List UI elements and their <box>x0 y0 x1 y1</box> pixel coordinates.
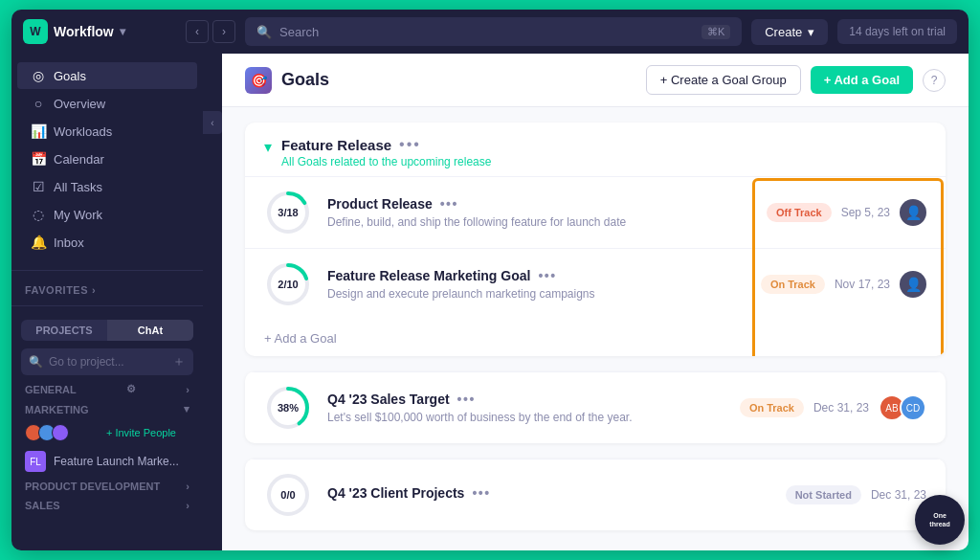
status-badge-product-release: Off Track <box>767 203 832 222</box>
create-label: Create <box>765 25 802 39</box>
tab-chat[interactable]: ChAt <box>107 320 193 341</box>
goal-meta-product-release: Off Track Sep 5, 23 👤 <box>767 199 926 226</box>
sidebar-add-button[interactable]: ＋ <box>172 353 186 370</box>
goal-avatar-group-q4: AB CD <box>879 394 926 421</box>
group-title-text: Feature Release <box>281 137 391 153</box>
marketing-label: MARKETING <box>25 404 89 415</box>
sidebar-divider-1 <box>11 270 203 271</box>
goal-date-feature-marketing: Nov 17, 23 <box>835 278 890 291</box>
sidebar-item-goals[interactable]: ◎ Goals <box>17 62 197 89</box>
general-chevron-icon: › <box>186 384 189 395</box>
sidebar-all-tasks-label: All Tasks <box>54 180 102 194</box>
search-placeholder: Search <box>279 25 319 39</box>
goal-avatar-product-release[interactable]: 👤 <box>900 199 926 226</box>
marketing-row: + Invite People <box>11 419 203 446</box>
goal-item-q4-sales-inner: 38% Q4 '23 Sales Target ••• Let's sell $… <box>245 371 946 443</box>
group-collapse-icon[interactable]: ▾ <box>264 138 272 156</box>
sidebar-item-overview[interactable]: ○ Overview <box>17 90 197 117</box>
general-label: GENERAL <box>25 384 77 395</box>
app-name: Workflow <box>54 24 114 39</box>
goal-title-product-release: Product Release ••• <box>327 196 751 212</box>
sidebar-divider-2 <box>11 305 203 306</box>
goal-info-feature-marketing: Feature Release Marketing Goal ••• Desig… <box>327 268 746 301</box>
back-arrow-button[interactable]: ‹ <box>186 20 209 43</box>
goal-group-header: ▾ Feature Release ••• All Goals related … <box>245 123 946 176</box>
general-icon: ⚙ <box>126 383 136 395</box>
product-dev-chevron-icon: › <box>186 481 189 492</box>
goal-menu-icon-client[interactable]: ••• <box>472 485 490 501</box>
sidebar-my-work-label: My Work <box>54 208 102 222</box>
create-button[interactable]: Create ▾ <box>751 19 828 45</box>
goal-info-q4-sales: Q4 '23 Sales Target ••• Let's sell $100,… <box>327 392 724 424</box>
sidebar-group-marketing[interactable]: MARKETING ▾ <box>11 399 203 419</box>
status-badge-q4-sales: On Track <box>740 398 804 417</box>
goal-item-q4-client-inner: 0/0 Q4 '23 Client Projects ••• Not Start… <box>245 459 946 530</box>
overview-icon: ○ <box>31 96 46 111</box>
project-tabs: PROJECTS ChAt <box>21 320 193 341</box>
sidebar-item-workloads[interactable]: 📊 Workloads <box>17 118 197 145</box>
goal-avatar-feature-marketing[interactable]: 👤 <box>900 271 926 298</box>
nav-arrows: ‹ › <box>186 20 235 43</box>
tab-projects[interactable]: PROJECTS <box>21 320 107 341</box>
sidebar-collapse-area: ‹ <box>203 54 222 550</box>
group-menu-icon[interactable]: ••• <box>399 136 421 153</box>
sidebar-group-sales[interactable]: SALES › <box>11 496 203 515</box>
forward-arrow-button[interactable]: › <box>212 20 235 43</box>
goal-title-q4-sales: Q4 '23 Sales Target ••• <box>327 392 724 407</box>
app-chevron: ▾ <box>120 25 125 38</box>
sidebar-feature-launch[interactable]: FL Feature Launch Marke... <box>11 446 203 477</box>
sidebar-item-calendar[interactable]: 📅 Calendar <box>17 146 197 172</box>
goal-date-product-release: Sep 5, 23 <box>841 206 890 219</box>
search-bar[interactable]: 🔍 Search ⌘K <box>245 17 742 46</box>
sidebar-item-all-tasks[interactable]: ☑ All Tasks <box>17 173 197 200</box>
goal-date-q4-client: Dec 31, 23 <box>871 488 926 502</box>
sidebar-item-my-work[interactable]: ◌ My Work <box>17 201 197 228</box>
goal-item-product-release: 3/18 Product Release ••• Define, build, … <box>245 176 946 248</box>
add-goal-row: + Add a Goal <box>245 320 946 356</box>
invite-people-button[interactable]: + Invite People <box>93 423 189 442</box>
goal-meta-feature-marketing: On Track Nov 17, 23 👤 <box>761 271 926 298</box>
sales-chevron-icon: › <box>186 500 189 511</box>
feature-launch-avatar: FL <box>25 451 46 472</box>
sidebar-group-product-dev[interactable]: PRODUCT DEVELOPMENT › <box>11 477 203 496</box>
goal-meta-q4-client: Not Started Dec 31, 23 <box>786 485 926 504</box>
logo-area: W Workflow ▾ <box>23 19 176 44</box>
goal-desc-product-release: Define, build, and ship the following fe… <box>327 215 751 229</box>
sidebar-favorites-header[interactable]: FAVORITES › <box>11 277 203 300</box>
sidebar-item-inbox[interactable]: 🔔 Inbox <box>17 229 197 256</box>
progress-text-feature-marketing: 2/10 <box>278 279 298 290</box>
marketing-chevron-icon: ▾ <box>184 403 189 415</box>
onethread-label: Onethread <box>929 511 949 528</box>
goal-meta-q4-sales: On Track Dec 31, 23 AB CD <box>740 394 926 421</box>
progress-ring-feature-marketing: 2/10 <box>264 260 312 308</box>
sidebar-collapse-button[interactable]: ‹ <box>203 111 222 134</box>
sidebar-search[interactable]: 🔍 Go to project... ＋ <box>21 348 193 375</box>
sidebar-calendar-label: Calendar <box>54 152 104 167</box>
goal-group-feature-release: ▾ Feature Release ••• All Goals related … <box>245 123 946 356</box>
trial-badge: 14 days left on trial <box>837 19 957 44</box>
add-goal-button[interactable]: + Add a Goal <box>811 66 913 94</box>
progress-text-q4-client: 0/0 <box>280 489 295 501</box>
help-icon[interactable]: ? <box>923 69 946 92</box>
progress-ring-q4-client: 0/0 <box>264 471 312 519</box>
group-subtitle: All Goals related to the upcoming releas… <box>281 155 926 168</box>
goal-desc-q4-sales: Let's sell $100,000 worth of business by… <box>327 411 724 424</box>
inbox-icon: 🔔 <box>31 235 46 250</box>
avatar-3 <box>52 424 69 441</box>
page-title-area: 🎯 Goals <box>245 67 329 94</box>
goal-menu-icon[interactable]: ••• <box>440 196 458 212</box>
favorites-label: FAVORITES <box>25 284 88 296</box>
feature-launch-label: Feature Launch Marke... <box>54 455 179 468</box>
create-goal-group-button[interactable]: + Create a Goal Group <box>646 65 801 95</box>
add-goal-link[interactable]: + Add a Goal <box>264 331 337 346</box>
goal-item-q4-client: 0/0 Q4 '23 Client Projects ••• Not Start… <box>245 459 946 530</box>
goal-menu-icon-q4[interactable]: ••• <box>457 392 476 407</box>
goal-menu-icon-2[interactable]: ••• <box>538 268 556 283</box>
progress-text-q4-sales: 38% <box>278 402 299 414</box>
logo-icon: W <box>23 19 48 44</box>
sidebar-group-general[interactable]: GENERAL ⚙ › <box>11 379 203 399</box>
goal-avatar-q4-2[interactable]: CD <box>900 394 926 421</box>
goal-title-text-q4: Q4 '23 Sales Target <box>327 392 450 407</box>
progress-text-product-release: 3/18 <box>278 207 298 218</box>
onethread-badge[interactable]: Onethread <box>915 495 965 545</box>
